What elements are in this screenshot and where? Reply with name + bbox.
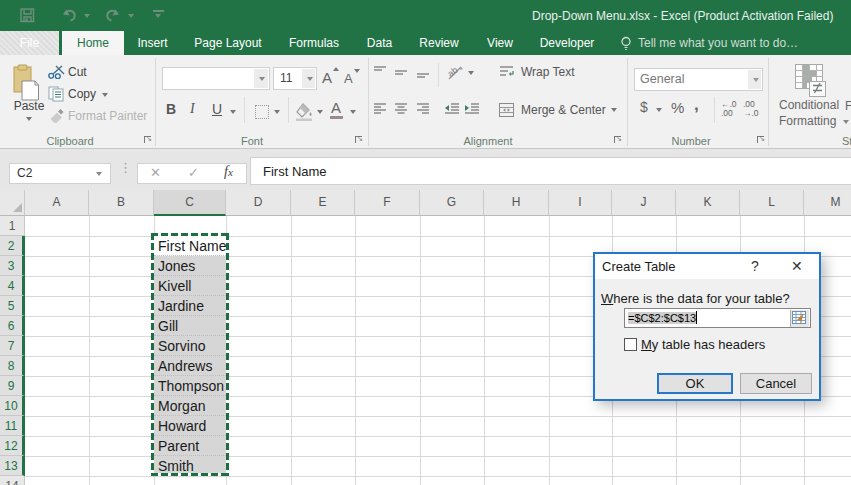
- svg-text:ab: ab: [448, 65, 460, 79]
